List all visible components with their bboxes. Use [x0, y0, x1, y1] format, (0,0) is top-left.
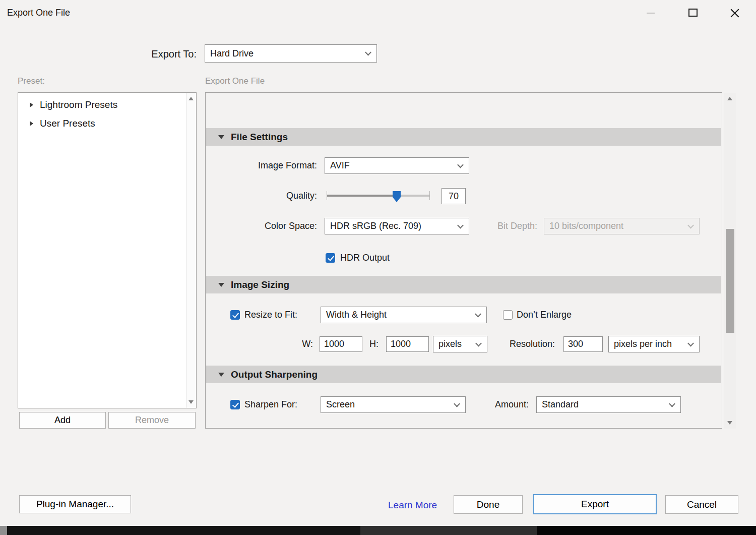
- color-space-select[interactable]: HDR sRGB (Rec. 709): [325, 218, 469, 234]
- background-segment: [360, 526, 537, 535]
- resize-to-fit-label: Resize to Fit:: [244, 307, 297, 323]
- done-button[interactable]: Done: [454, 495, 523, 514]
- dont-enlarge-label: Don’t Enlarge: [517, 307, 572, 323]
- window-title: Export One File: [7, 8, 70, 18]
- amount-label: Amount:: [491, 396, 529, 413]
- scroll-down-icon[interactable]: [188, 400, 194, 404]
- plugin-manager-button[interactable]: Plug-in Manager...: [19, 495, 131, 513]
- chevron-down-icon: [475, 311, 481, 317]
- color-space-label: Color Space:: [216, 218, 317, 234]
- section-title: Output Sharpening: [231, 369, 318, 380]
- resize-to-fit-checkbox[interactable]: [230, 310, 240, 320]
- maximize-icon[interactable]: [688, 9, 698, 17]
- resolution-input[interactable]: [563, 336, 603, 352]
- scroll-up-icon[interactable]: [727, 97, 732, 100]
- quality-slider-thumb[interactable]: [393, 191, 401, 202]
- slider-fill: [327, 195, 397, 197]
- scroll-up-icon[interactable]: [188, 97, 194, 100]
- expand-arrow-icon: [30, 102, 33, 107]
- preset-item-label: Lightroom Presets: [40, 99, 117, 110]
- sharpen-for-checkbox[interactable]: [230, 400, 240, 409]
- add-preset-button[interactable]: Add: [19, 412, 106, 429]
- bit-depth-value: 10 bits/component: [549, 221, 623, 231]
- preset-item-lightroom[interactable]: Lightroom Presets: [18, 97, 184, 113]
- expand-arrow-icon: [30, 121, 33, 126]
- sharpen-for-select[interactable]: Screen: [321, 396, 466, 413]
- chevron-down-icon: [669, 400, 675, 407]
- export-to-label: Export To:: [91, 48, 197, 60]
- color-space-value: HDR sRGB (Rec. 709): [330, 221, 421, 231]
- preset-list: Lightroom Presets User Presets: [18, 92, 197, 408]
- quality-slider[interactable]: [327, 195, 429, 197]
- titlebar: Export One File: [0, 0, 756, 26]
- chevron-down-icon: [457, 222, 464, 228]
- width-label: W:: [295, 336, 313, 352]
- sharpen-for-label: Sharpen For:: [244, 396, 297, 413]
- export-button[interactable]: Export: [533, 494, 657, 514]
- preset-item-label: User Presets: [40, 118, 95, 129]
- settings-scrollbar[interactable]: [724, 93, 736, 429]
- section-image-sizing[interactable]: Image Sizing: [206, 276, 721, 293]
- height-input[interactable]: [386, 336, 429, 352]
- chevron-down-icon: [454, 400, 460, 407]
- chevron-down-icon: [457, 161, 464, 168]
- amount-value: Standard: [542, 399, 579, 410]
- close-icon[interactable]: [729, 8, 740, 18]
- sharpen-for-value: Screen: [326, 399, 355, 410]
- section-title: File Settings: [231, 132, 288, 143]
- chevron-down-icon: [687, 340, 694, 346]
- export-to-select[interactable]: Hard Drive: [205, 44, 377, 63]
- bit-depth-label: Bit Depth:: [474, 218, 537, 234]
- collapse-arrow-icon: [218, 373, 224, 377]
- background-segment: [537, 526, 756, 535]
- main-panel-label: Export One File: [205, 76, 265, 86]
- hdr-output-label: HDR Output: [340, 250, 390, 266]
- background-segment: [0, 526, 7, 535]
- slider-tick: [429, 191, 430, 200]
- export-dialog: Export One File Export To: Hard Drive Pr…: [0, 0, 756, 535]
- scroll-down-icon[interactable]: [727, 421, 732, 425]
- export-to-value: Hard Drive: [210, 48, 254, 59]
- resolution-units-select[interactable]: pixels per inch: [608, 336, 700, 352]
- height-label: H:: [363, 336, 379, 352]
- bit-depth-select: 10 bits/component: [544, 218, 700, 234]
- resize-mode-value: Width & Height: [326, 310, 387, 320]
- chevron-down-icon: [475, 340, 482, 346]
- size-units-select[interactable]: pixels: [433, 336, 487, 352]
- image-format-label: Image Format:: [216, 157, 317, 174]
- scrollbar-thumb[interactable]: [726, 229, 734, 333]
- slider-tick: [327, 191, 327, 200]
- preset-label: Preset:: [18, 76, 45, 86]
- collapse-arrow-icon: [218, 135, 224, 139]
- section-title: Image Sizing: [231, 279, 289, 290]
- quality-input[interactable]: [442, 188, 466, 204]
- width-input[interactable]: [320, 336, 362, 352]
- size-units-value: pixels: [438, 339, 462, 349]
- learn-more-link[interactable]: Learn More: [388, 500, 437, 511]
- chevron-down-icon: [687, 222, 694, 228]
- section-file-settings[interactable]: File Settings: [206, 128, 721, 146]
- chevron-down-icon: [365, 49, 371, 56]
- hdr-output-checkbox[interactable]: [326, 253, 335, 263]
- dont-enlarge-checkbox[interactable]: [503, 310, 513, 320]
- minimize-icon[interactable]: [647, 13, 655, 14]
- export-settings-panel: File Settings Image Format: AVIF Quality…: [205, 92, 722, 429]
- image-format-value: AVIF: [330, 160, 350, 171]
- collapse-arrow-icon: [218, 283, 224, 287]
- background-app-strip: [0, 526, 756, 535]
- cancel-button[interactable]: Cancel: [665, 495, 738, 514]
- remove-preset-button[interactable]: Remove: [108, 412, 196, 429]
- resize-mode-select[interactable]: Width & Height: [321, 307, 487, 323]
- amount-select[interactable]: Standard: [536, 396, 681, 413]
- preset-scrollbar[interactable]: [186, 93, 196, 408]
- image-format-select[interactable]: AVIF: [325, 157, 469, 174]
- preset-item-user[interactable]: User Presets: [18, 115, 184, 132]
- resolution-label: Resolution:: [503, 336, 555, 352]
- section-output-sharpening[interactable]: Output Sharpening: [206, 366, 721, 383]
- resolution-units-value: pixels per inch: [614, 339, 672, 349]
- quality-label: Quality:: [216, 188, 317, 204]
